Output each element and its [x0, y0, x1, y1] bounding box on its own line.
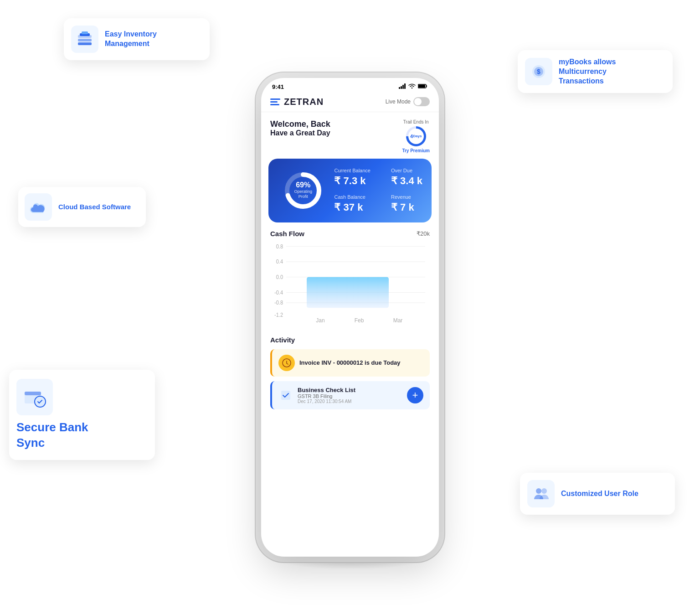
invoice-icon	[278, 355, 295, 371]
svg-text:Feb: Feb	[355, 316, 364, 323]
activity-section: Activity Invoice INV - 00000012 is due T…	[261, 331, 439, 415]
invoice-activity-item[interactable]: Invoice INV - 00000012 is due Today	[270, 349, 430, 377]
svg-rect-2	[78, 42, 92, 45]
logo-bar-2	[270, 101, 278, 103]
status-bar: 9:41	[261, 78, 439, 92]
checklist-content: Business Check List GSTR 3B Filing Dec 1…	[298, 387, 355, 404]
add-button[interactable]: +	[407, 387, 423, 403]
checklist-left: Business Check List GSTR 3B Filing Dec 1…	[278, 387, 355, 404]
checklist-icon	[278, 388, 293, 403]
svg-text:0.4: 0.4	[276, 258, 283, 264]
trial-days: 4Days	[408, 129, 424, 144]
card-cloud: Cloud Based Software	[18, 187, 146, 227]
invoice-text: Invoice INV - 00000012 is due Today	[299, 359, 401, 366]
cashflow-amount: ₹20k	[417, 230, 430, 237]
app-name: ZETRAN	[284, 97, 324, 107]
checklist-date: Dec 17, 2020 11:30:54 AM	[298, 399, 355, 404]
live-mode-label: Live Mode	[386, 98, 411, 105]
cashflow-chart: 0.8 0.4 0.0 -0.4 -0.8 -1.2	[270, 241, 430, 323]
card-multicurrency: $ myBooks allows Multicurrency Transacti…	[518, 50, 673, 93]
cash-balance-label: Cash Balance	[334, 194, 385, 200]
overdue-value: ₹ 3.4 k	[391, 175, 422, 187]
overdue: Over Due ₹ 3.4 k	[391, 168, 422, 187]
status-time: 9:41	[272, 83, 284, 90]
revenue-value: ₹ 7 k	[391, 202, 422, 213]
donut: 69% Operating Profit	[283, 170, 324, 211]
cashflow-title: Cash Flow	[270, 230, 304, 238]
live-mode-toggle[interactable]: Live Mode	[386, 97, 430, 106]
cashflow-header: Cash Flow ₹20k	[270, 230, 430, 238]
current-balance: Current Balance ₹ 7.3 k	[334, 168, 385, 187]
logo-bar-3	[270, 104, 279, 105]
current-balance-value: ₹ 7.3 k	[334, 175, 385, 187]
svg-point-11	[536, 488, 541, 494]
try-premium-link[interactable]: Try Premium	[402, 148, 430, 153]
welcome-line2: Have a Great Day	[270, 129, 330, 137]
inventory-label: Easy Inventory Management	[105, 30, 157, 49]
svg-rect-14	[401, 86, 402, 89]
svg-text:Mar: Mar	[393, 316, 403, 323]
donut-chart: 69% Operating Profit	[278, 168, 329, 213]
overdue-label: Over Due	[391, 168, 422, 173]
stats-card: Current Balance ₹ 7.3 k Over Due ₹ 3.4 k…	[268, 159, 432, 222]
svg-text:$: $	[537, 68, 540, 75]
chart-svg: 0.8 0.4 0.0 -0.4 -0.8 -1.2	[270, 241, 430, 323]
activity-title: Activity	[270, 336, 430, 344]
svg-text:0.8: 0.8	[276, 243, 283, 249]
status-icons	[399, 83, 428, 90]
multicurrency-icon: $	[525, 58, 552, 85]
inventory-icon	[71, 26, 98, 53]
wifi-icon	[408, 83, 416, 90]
svg-rect-32	[307, 277, 389, 308]
revenue: Revenue ₹ 7 k	[391, 194, 422, 213]
logo-bar-1	[270, 98, 280, 100]
app-logo: ZETRAN	[270, 97, 324, 107]
svg-text:0.0: 0.0	[276, 274, 283, 280]
userrole-icon	[527, 480, 555, 507]
userrole-label: Customized User Role	[561, 489, 638, 499]
svg-rect-18	[418, 85, 425, 88]
svg-point-12	[541, 488, 547, 494]
trial-circle: 4Days	[406, 126, 426, 146]
donut-percent: 69%	[294, 181, 312, 189]
welcome-section: Welcome, Back Have a Great Day Trail End…	[261, 112, 439, 159]
cashflow-section: Cash Flow ₹20k 0.8 0.4 0.0 -0.4 -0.8 -1.…	[261, 222, 439, 331]
multicurrency-label: myBooks allows Multicurrency Transaction…	[559, 57, 616, 86]
card-userrole: Customized User Role	[520, 473, 675, 515]
app-header: ZETRAN Live Mode	[261, 92, 439, 112]
trial-label: Trail Ends In	[402, 119, 430, 124]
trial-badge: Trail Ends In 4Days Try Premium	[402, 119, 430, 153]
svg-text:Jan: Jan	[316, 316, 324, 323]
welcome-text: Welcome, Back Have a Great Day	[270, 119, 330, 137]
cloud-label: Cloud Based Software	[58, 202, 131, 212]
bank-sync-label: Secure Bank Sync	[16, 420, 88, 451]
svg-rect-9	[25, 392, 41, 395]
svg-rect-13	[399, 87, 400, 89]
checklist-activity-item[interactable]: Business Check List GSTR 3B Filing Dec 1…	[270, 381, 430, 409]
cash-balance: Cash Balance ₹ 37 k	[334, 194, 385, 213]
card-bank: Secure Bank Sync	[9, 370, 155, 460]
cloud-icon	[25, 193, 52, 221]
svg-text:-1.2: -1.2	[274, 311, 283, 318]
current-balance-label: Current Balance	[334, 168, 385, 173]
card-inventory: Easy Inventory Management	[64, 18, 210, 60]
toggle-switch[interactable]	[413, 97, 430, 106]
checklist-title: Business Check List	[298, 387, 355, 393]
svg-rect-16	[404, 83, 406, 89]
cash-balance-value: ₹ 37 k	[334, 202, 385, 213]
donut-text: 69% Operating Profit	[294, 181, 312, 200]
donut-label: Operating Profit	[294, 189, 312, 200]
checklist-sub: GSTR 3B Filing	[298, 393, 355, 399]
phone-mockup: 9:41	[261, 78, 439, 557]
logo-hamburger	[270, 98, 280, 105]
svg-text:-0.4: -0.4	[274, 289, 283, 295]
battery-icon	[418, 83, 428, 90]
welcome-line1: Welcome, Back	[270, 119, 330, 129]
revenue-label: Revenue	[391, 194, 422, 200]
svg-rect-1	[78, 39, 92, 41]
svg-text:-0.8: -0.8	[274, 299, 283, 305]
signal-icon	[399, 83, 406, 90]
svg-rect-15	[402, 85, 404, 89]
bank-sync-icon	[16, 379, 53, 415]
svg-rect-4	[82, 31, 88, 34]
